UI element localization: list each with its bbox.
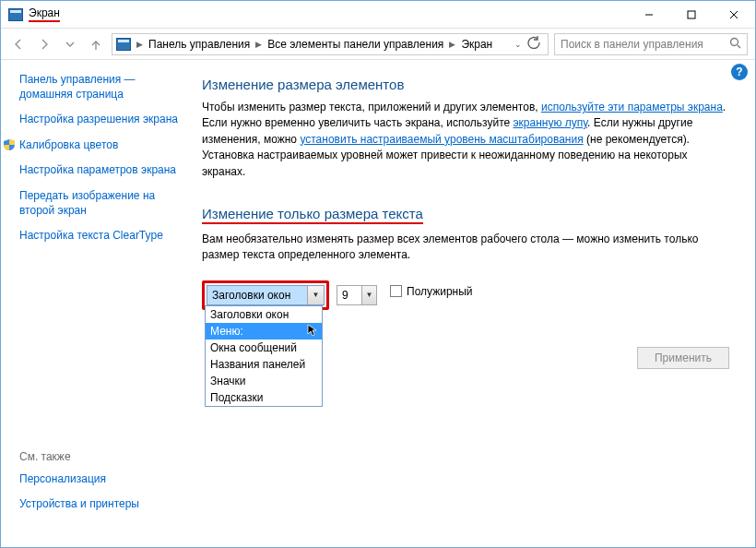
sidebar-link-display-settings[interactable]: Настройка параметров экрана [19,163,182,178]
search-input[interactable]: Поиск в панели управления [554,33,748,55]
chevron-right-icon: ▶ [254,40,264,49]
chevron-right-icon: ▶ [135,40,145,49]
combo-option-highlighted[interactable]: Меню: [206,323,322,340]
bold-label: Полужирный [407,285,473,298]
combo-option[interactable]: Подсказки [206,389,322,406]
chevron-right-icon: ▶ [447,40,457,49]
breadcrumb-item[interactable]: Все элементы панели управления [267,38,443,51]
sidebar-home-link[interactable]: Панель управления — домашняя страница [19,73,182,101]
shield-icon [3,138,16,151]
chevron-down-icon: ▼ [361,286,376,304]
breadcrumb-item[interactable]: Панель управления [148,38,250,51]
breadcrumb-item[interactable]: Экран [461,38,492,51]
sidebar-link-resolution[interactable]: Настройка разрешения экрана [19,113,182,127]
text-size-controls: Заголовки окон ▼ Заголовки окон Меню: Ок… [202,280,729,310]
text: Чтобы изменить размер текста, приложений… [202,101,541,113]
maximize-button[interactable] [670,1,713,29]
combo-option[interactable]: Заголовки окон [206,306,322,323]
chevron-down-icon: ▼ [307,286,324,304]
font-size-value: 9 [337,289,361,302]
bold-checkbox[interactable] [390,285,402,297]
section2-title: Изменение только размера текста [202,206,423,224]
back-button[interactable] [8,34,29,54]
link-display-settings[interactable]: используйте эти параметры экрана [541,101,723,113]
search-placeholder: Поиск в панели управления [561,38,703,51]
element-combo[interactable]: Заголовки окон ▼ [207,285,325,305]
font-size-combo[interactable]: 9 ▼ [337,285,377,305]
content-area: Панель управления — домашняя страница На… [1,60,755,547]
svg-rect-1 [688,11,695,18]
combo-option[interactable]: Окна сообщений [206,340,322,356]
combo-option[interactable]: Значки [206,373,322,389]
sidebar-link-cleartype[interactable]: Настройка текста ClearType [19,229,182,244]
display-icon [116,38,131,51]
svg-point-5 [731,38,738,45]
bold-checkbox-row: Полужирный [390,285,473,298]
main-panel: ? Изменение размера элементов Чтобы изме… [195,60,755,547]
see-also-section: См. также Персонализация Устройства и пр… [19,450,182,534]
see-also-header: См. также [19,450,182,463]
navbar: ▶ Панель управления ▶ Все элементы панел… [1,29,755,60]
sidebar-link-calibration[interactable]: Калибровка цветов [19,138,118,153]
recent-dropdown[interactable] [60,34,80,54]
sidebar-link-project[interactable]: Передать изображение на второй экран [19,189,182,218]
display-icon [8,8,23,21]
see-also-devices[interactable]: Устройства и принтеры [19,497,182,512]
apply-button[interactable]: Применить [637,347,729,369]
link-custom-scaling[interactable]: установить настраиваемый уровень масштаб… [300,133,583,146]
search-icon [729,37,741,52]
chevron-down-icon[interactable]: ⌄ [514,40,522,49]
up-button[interactable] [86,34,106,54]
element-combo-list[interactable]: Заголовки окон Меню: Окна сообщений Назв… [205,305,323,407]
address-bar[interactable]: ▶ Панель управления ▶ Все элементы панел… [112,33,549,55]
titlebar: Экран [1,1,755,29]
highlight-frame: Заголовки окон ▼ Заголовки окон Меню: Ок… [202,280,329,310]
link-magnifier[interactable]: экранную лупу [514,116,588,129]
svg-line-6 [738,45,740,48]
forward-button[interactable] [34,34,54,54]
close-button[interactable] [713,1,755,29]
combo-option[interactable]: Названия панелей [206,356,322,373]
window-controls [628,1,755,29]
window-frame: Экран ▶ Панель упр [0,0,756,548]
cursor-icon [307,324,320,337]
window-title: Экран [29,6,60,22]
refresh-button[interactable] [527,36,540,52]
sidebar: Панель управления — домашняя страница На… [1,60,195,547]
section1-text: Чтобы изменить размер текста, приложений… [202,100,729,180]
combo-selected: Заголовки окон [207,286,307,304]
help-icon[interactable]: ? [731,64,748,80]
section1-title: Изменение размера элементов [202,77,729,92]
minimize-button[interactable] [628,1,670,29]
section2-text: Вам необязательно изменять размер всех э… [202,232,729,264]
text: Меню: [210,325,243,338]
see-also-personalization[interactable]: Персонализация [19,472,182,487]
